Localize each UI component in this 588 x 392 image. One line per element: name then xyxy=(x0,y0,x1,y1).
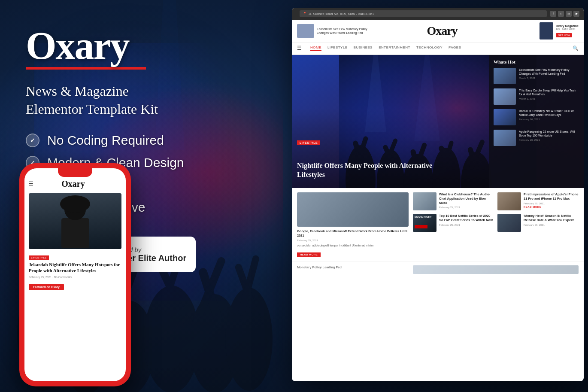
hot-thumb-4 xyxy=(494,130,516,146)
subtitle-line1: News & Magazine xyxy=(26,82,258,100)
main-content-area: Google, Facebook and Microsoft Extend Wo… xyxy=(292,188,584,261)
nav-item-business[interactable]: BUSINESS xyxy=(354,46,373,51)
phone-article-tag: LIFESTYLE xyxy=(29,255,49,260)
phone-header: ☰ Oxary xyxy=(29,179,121,189)
content-read-more-btn[interactable]: READ MORE xyxy=(297,252,321,257)
nav-item-entertainment[interactable]: ENTERTAINMENT xyxy=(379,46,410,51)
facebook-icon: f xyxy=(550,11,556,17)
hot-date-3: February 26, 2021 xyxy=(519,118,579,121)
article-row-thumb-1 xyxy=(413,192,436,210)
article-row-title-1: What is a Clubhouse? The Audio-Chat Appl… xyxy=(439,192,494,205)
logo-container: Oxary xyxy=(26,26,258,70)
header-ad-block: Oxary Magazine $10 - $15 / Week GET NOW xyxy=(510,22,579,40)
hero-article-title: Nightlife Offers Many People with Altern… xyxy=(297,161,434,179)
ad-thumbnail xyxy=(540,22,553,40)
content-left-col: Google, Facebook and Microsoft Extend Wo… xyxy=(297,192,409,257)
hot-date-4: February 26, 2021 xyxy=(519,139,579,141)
nav-item-lifestyle[interactable]: LIFESTYLE xyxy=(327,46,348,51)
article-row-date-4: February 26, 2021 xyxy=(524,224,579,226)
hot-title-3: Bitcoin Is 'Definitely Not A Fraud,' CEO… xyxy=(519,109,579,117)
nav-search-icon[interactable]: 🔍 xyxy=(573,46,579,51)
twitter-icon: t xyxy=(558,11,564,17)
ad-title: Oxary Magazine xyxy=(556,24,579,27)
nav-item-home[interactable]: HOME xyxy=(310,46,321,51)
article-row-thumb-4 xyxy=(497,214,521,232)
youtube-icon: ▶ xyxy=(573,11,579,17)
header-news-title: Economists See Few Monetary Policy Chang… xyxy=(317,27,374,35)
hot-content-1: Economists See Few Monetary Policy Chang… xyxy=(519,68,579,79)
hot-title-2: This Easy Cardio Swap Will Help You Trai… xyxy=(519,88,579,96)
header-news-block: Economists See Few Monetary Policy Chang… xyxy=(297,24,374,38)
subtitle-line2: Elementor Template Kit xyxy=(26,100,258,119)
browser-window: 📍 Jl. Sunset Road No. 815, Kuta - Bali 8… xyxy=(292,8,584,381)
article-row-title-2: Top 10 Best Netflix Series of 2020 So Fa… xyxy=(439,214,494,222)
phone-article-image xyxy=(29,193,121,249)
phone-notch xyxy=(58,168,92,177)
nav-item-technology[interactable]: TECHNOLOGY xyxy=(416,46,443,51)
article-row-3: First impressions of Apple's iPhone 11 P… xyxy=(497,192,579,210)
site-navigation: ☰ HOME LIFESTYLE BUSINESS ENTERTAINMENT … xyxy=(292,43,584,55)
article-row-title-3: First impressions of Apple's iPhone 11 P… xyxy=(524,192,579,201)
article-row-4: 'Money Heist' Season 5: Netflix Release … xyxy=(497,214,579,232)
feature-item-1: ✓ No Coding Required xyxy=(26,133,258,148)
article-row-date-3: February 25, 2021 xyxy=(524,202,579,205)
extra-left-title: Monetary Policy Leading Fed xyxy=(297,265,409,270)
hot-item-2: This Easy Cardio Swap Will Help You Trai… xyxy=(494,88,579,105)
content-right-col: What is a Clubhouse? The Audio-Chat Appl… xyxy=(413,192,579,257)
subtitle-block: News & Magazine Elementor Template Kit xyxy=(26,82,258,118)
phone-featured-button[interactable]: Featured on Oxary xyxy=(29,284,64,290)
phone-hamburger-icon: ☰ xyxy=(29,181,33,187)
hot-content-2: This Easy Cardio Swap Will Help You Trai… xyxy=(519,88,579,100)
article-row-thumb-2: MOVIE NIGHT xyxy=(413,214,436,232)
article-row-title-4: 'Money Heist' Season 5: Netflix Release … xyxy=(524,214,579,222)
header-news-thumbnail xyxy=(297,24,314,38)
whats-hot-title: Whats Hot xyxy=(494,59,579,64)
phone-article-title: Jekardah Nightlife Offers Many Hotspots … xyxy=(29,261,121,274)
site-logo: Oxary xyxy=(427,24,457,38)
hot-thumb-1 xyxy=(494,68,516,84)
phone-outer: ☰ Oxary LI xyxy=(19,163,131,386)
hero-section: LIFESTYLE Nightlife Offers Many People w… xyxy=(292,55,584,188)
hot-title-1: Economists See Few Monetary Policy Chang… xyxy=(519,68,579,76)
phone-article-bg xyxy=(29,193,121,249)
content-main-thumb xyxy=(297,192,409,227)
article-row-date-2: February 25, 2021 xyxy=(439,224,494,226)
hero-category-tag: LIFESTYLE xyxy=(297,140,320,145)
extra-right-thumb xyxy=(413,265,579,274)
article-row-readmore-3[interactable]: READ MORE xyxy=(524,206,579,208)
ad-text: Oxary Magazine $10 - $15 / Week GET NOW xyxy=(556,24,579,38)
right-col-right: First impressions of Apple's iPhone 11 P… xyxy=(497,192,579,257)
address-text: Jl. Sunset Road No. 815, Kuta - Bali 803… xyxy=(309,12,374,16)
feature-text-1: No Coding Required xyxy=(47,133,164,148)
content-main-excerpt: consectetur adipiscing elit tempor incid… xyxy=(297,243,409,247)
check-icon-1: ✓ xyxy=(30,137,35,144)
nav-item-pages[interactable]: PAGES xyxy=(449,46,461,51)
hot-content-4: Apple Reopening 25 more US Stores, Will … xyxy=(519,130,579,141)
extra-content-row: Monetary Policy Leading Fed xyxy=(292,261,584,277)
article-row-content-4: 'Money Heist' Season 5: Netflix Release … xyxy=(524,214,579,226)
article-row-content-2: Top 10 Best Netflix Series of 2020 So Fa… xyxy=(439,214,494,226)
phone-site-logo: Oxary xyxy=(61,179,85,189)
article-row-1: What is a Clubhouse? The Audio-Chat Appl… xyxy=(413,192,494,210)
nav-hamburger-icon[interactable]: ☰ xyxy=(297,45,302,52)
extra-right xyxy=(413,265,579,274)
hot-thumb-3 xyxy=(494,109,516,125)
article-row-content-3: First impressions of Apple's iPhone 11 P… xyxy=(524,192,579,208)
nav-items: HOME LIFESTYLE BUSINESS ENTERTAINMENT TE… xyxy=(310,46,564,51)
content-main-date: February 25, 2021 xyxy=(297,239,409,242)
hot-title-4: Apple Reopening 25 more US Stores, Will … xyxy=(519,130,579,137)
article-row-content-1: What is a Clubhouse? The Audio-Chat Appl… xyxy=(439,192,494,209)
whats-hot-sidebar: Whats Hot Economists See Few Monetary Po… xyxy=(489,55,584,188)
ad-get-now-button[interactable]: GET NOW xyxy=(556,33,573,37)
check-badge-1: ✓ xyxy=(26,134,39,147)
phone-content: ☰ Oxary LI xyxy=(24,168,126,381)
hot-thumb-2 xyxy=(494,88,516,105)
article-row-2: MOVIE NIGHT Top 10 Best Netflix Series o… xyxy=(413,214,494,232)
hot-date-1: March 7, 2021 xyxy=(519,77,579,79)
phone-inner: ☰ Oxary LI xyxy=(24,168,126,381)
brand-logo: Oxary xyxy=(26,26,258,65)
right-col-left: What is a Clubhouse? The Audio-Chat Appl… xyxy=(413,192,494,257)
hot-date-2: March 1, 2021 xyxy=(519,97,579,100)
content-main-title: Google, Facebook and Microsoft Extend Wo… xyxy=(297,229,409,238)
social-icons: f t in ▶ xyxy=(550,11,579,17)
